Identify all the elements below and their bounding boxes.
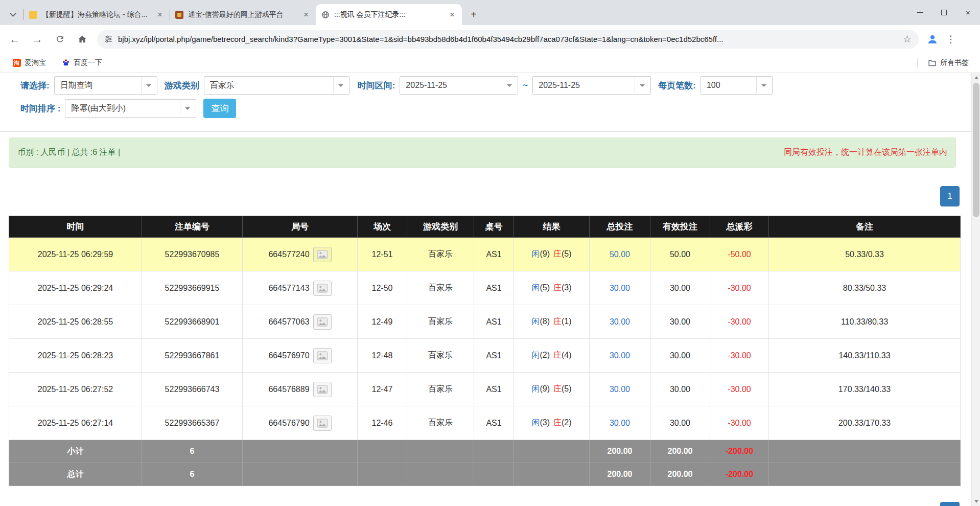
result-player: 闲 <box>531 249 540 258</box>
cell-valid-bet: 30.00 <box>650 406 710 440</box>
cell-bet-id: 522993667861 <box>142 339 243 373</box>
cell-session: 12-49 <box>358 305 407 339</box>
per-page-dropdown[interactable]: 100 <box>701 76 773 95</box>
browser-window: 【新提醒】海燕策略论坛 - 综合... × 通宝-信誉最好的网上游戏平台 × :… <box>0 0 980 506</box>
tab-forum[interactable]: 【新提醒】海燕策略论坛 - 综合... × <box>24 4 170 25</box>
reload-button[interactable] <box>50 30 69 49</box>
close-button[interactable]: × <box>956 0 980 25</box>
snapshot-icon[interactable] <box>313 281 332 296</box>
tab-close-icon[interactable]: × <box>448 10 457 19</box>
cell-bet-id: 522993668901 <box>142 305 243 339</box>
cell-valid-bet: 30.00 <box>650 305 710 339</box>
scrollbar-thumb[interactable] <box>973 83 979 217</box>
cell-valid-bet: 30.00 <box>650 373 710 406</box>
maximize-icon <box>941 10 947 15</box>
triangle-down-icon <box>974 500 978 505</box>
pagination-page-1[interactable]: 1 <box>940 186 960 206</box>
query-type-value: 日期查询 <box>60 80 93 91</box>
cell-result: 闲(8)庄(1) <box>514 305 590 339</box>
site-settings-icon[interactable] <box>104 35 113 43</box>
cell-result: 闲(5)庄(3) <box>514 271 590 305</box>
all-bookmarks-button[interactable]: 所有书签 <box>925 56 972 70</box>
snapshot-icon[interactable] <box>313 247 332 262</box>
new-tab-button[interactable]: + <box>466 7 481 22</box>
cell-bet-id: 522993666743 <box>142 373 243 406</box>
game-type-dropdown[interactable]: 百家乐 <box>204 76 349 95</box>
bookmark-baidu[interactable]: 百度一下 <box>58 56 105 70</box>
cell-payout: -50.00 <box>710 238 769 271</box>
result-player: 闲 <box>531 351 540 359</box>
result-player-score: (9) <box>540 249 550 258</box>
browser-menu-button[interactable]: ⋮ <box>942 31 960 48</box>
profile-avatar[interactable] <box>924 31 941 48</box>
home-button[interactable] <box>73 30 92 49</box>
filter-panel: 请选择: 日期查询 游戏类别 百家乐 时间区间: 2025-11-25 ~ 20… <box>0 73 971 132</box>
result-player-score: (9) <box>540 384 550 393</box>
cell-session: 12-46 <box>358 406 407 440</box>
column-header-table-no: 桌号 <box>474 216 514 238</box>
sort-dropdown[interactable]: 降幂(由大到小) <box>65 99 196 118</box>
cell-total-bet: 30.00 <box>590 406 650 440</box>
column-header-result: 结果 <box>514 216 590 238</box>
bookmark-taobao[interactable]: 淘 爱淘宝 <box>9 56 49 70</box>
tab-tongbao[interactable]: 通宝-信誉最好的网上游戏平台 × <box>170 4 316 25</box>
cell-total-bet: 30.00 <box>590 373 650 406</box>
browser-toolbar: ← → bjbj.xyz/ipl/portal.php/game/betreco… <box>0 25 980 53</box>
snapshot-icon[interactable] <box>313 382 332 397</box>
result-banker-score: (4) <box>562 351 572 359</box>
cell-table-no: AS1 <box>474 339 514 373</box>
bookmark-star-icon[interactable]: ☆ <box>903 33 912 45</box>
forward-button[interactable]: → <box>28 30 47 49</box>
search-button[interactable]: 查询 <box>203 99 236 118</box>
vertical-scrollbar[interactable] <box>971 73 980 506</box>
date-from-value: 2025-11-25 <box>406 81 447 90</box>
result-player: 闲 <box>531 418 540 427</box>
url-text[interactable]: bjbj.xyz/ipl/portal.php/game/betrecord_s… <box>118 35 898 43</box>
column-header-game-type: 游戏类别 <box>407 216 474 238</box>
back-button[interactable]: ← <box>5 30 25 49</box>
address-bar[interactable]: bjbj.xyz/ipl/portal.php/game/betrecord_s… <box>97 30 919 49</box>
maximize-button[interactable] <box>932 0 956 25</box>
summary-bar: 币别 : 人民币 | 总共 :6 注单 | 同局有效投注，统一计算在该局第一张注… <box>9 137 956 168</box>
date-to-input[interactable]: 2025-11-25 <box>532 76 651 95</box>
cell-game-type: 百家乐 <box>407 339 474 373</box>
pagination-partial-bottom[interactable] <box>940 502 960 506</box>
scroll-down-button[interactable] <box>972 497 980 506</box>
column-header-time: 时间 <box>9 216 142 238</box>
cell-round: 664577240 <box>243 238 358 271</box>
currency-summary: 币别 : 人民币 | 总共 :6 注单 | <box>17 147 120 158</box>
cell-table-no: AS1 <box>474 373 514 406</box>
scroll-up-button[interactable] <box>972 73 980 82</box>
tab-search-button[interactable] <box>5 6 20 23</box>
table-row: 2025-11-25 06:28:55 522993668901 6645770… <box>9 305 961 339</box>
total-count: 6 <box>142 463 243 486</box>
select-label: 请选择: <box>20 80 50 91</box>
tab-bet-records[interactable]: :::视讯 会员下注纪录::: × <box>316 4 462 25</box>
divider <box>917 58 918 67</box>
tab-close-icon[interactable]: × <box>301 10 311 19</box>
cell-table-no: AS1 <box>474 238 514 271</box>
cell-valid-bet: 30.00 <box>650 271 710 305</box>
snapshot-icon[interactable] <box>313 314 332 330</box>
filter-row-1: 请选择: 日期查询 游戏类别 百家乐 时间区间: 2025-11-25 ~ 20… <box>20 76 773 95</box>
column-header-valid-bet: 有效投注 <box>650 216 710 238</box>
cell-result: 闲(2)庄(4) <box>514 339 590 373</box>
triangle-up-icon <box>974 74 978 79</box>
result-player-score: (5) <box>540 283 550 292</box>
tab-close-icon[interactable]: × <box>155 10 165 19</box>
result-banker: 庄 <box>553 351 562 359</box>
sort-value: 降幂(由大到小) <box>71 103 126 114</box>
cell-note: 170.33/140.33 <box>769 373 961 406</box>
subtotal-total-bet: 200.00 <box>590 440 650 463</box>
cell-result: 闲(9)庄(5) <box>514 373 590 406</box>
cell-payout: -30.00 <box>710 271 769 305</box>
baidu-paw-icon <box>61 59 70 67</box>
snapshot-icon[interactable] <box>313 348 332 363</box>
total-total-bet: 200.00 <box>590 463 650 486</box>
snapshot-icon[interactable] <box>313 416 332 431</box>
minimize-button[interactable] <box>908 0 932 25</box>
query-type-dropdown[interactable]: 日期查询 <box>54 76 157 95</box>
cell-table-no: AS1 <box>474 406 514 440</box>
date-from-input[interactable]: 2025-11-25 <box>400 76 518 95</box>
cell-total-bet: 30.00 <box>590 339 650 373</box>
